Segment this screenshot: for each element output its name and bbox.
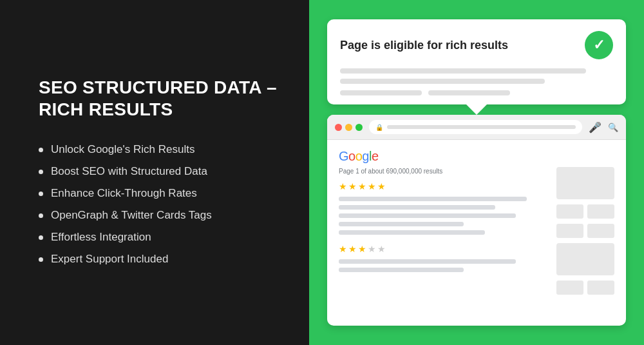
sidebar-small-box [556,204,583,219]
browser-content: Google Page 1 of about 690,000,000 resul… [327,140,626,304]
star-icon: ★ [358,181,366,192]
lock-icon: 🔒 [375,124,383,131]
star-icon: ★ [368,181,376,192]
star-icon: ★ [358,244,366,254]
browser-card: 🔒 🎤 🔍 Google Page 1 of about 690,000,000… [327,115,626,326]
address-bar[interactable]: 🔒 [369,120,582,134]
result-section-2: ★ ★ ★ ★ ★ [339,244,547,272]
sidebar-small-box [587,281,614,295]
list-item: Boost SEO with Structured Data [39,165,277,178]
star-icon: ★ [348,244,357,254]
star-icon: ★ [339,181,347,192]
bullet-icon [39,148,43,152]
sidebar-placeholder-box [556,243,614,275]
minimize-dot [345,124,352,131]
sidebar-small-box [556,281,583,295]
right-panel: Page is eligible for rich results ✓ 🔒 🎤 … [309,0,644,345]
check-icon: ✓ [585,31,613,59]
browser-sidebar [556,149,614,295]
sidebar-row [556,281,614,295]
list-item: Enhance Click-Through Rates [39,187,277,200]
rich-results-header: Page is eligible for rich results ✓ [340,31,613,59]
list-item: OpenGraph & Twitter Cards Tags [39,209,277,222]
star-icon: ★ [339,244,347,254]
bullet-icon [39,170,43,174]
rich-results-card: Page is eligible for rich results ✓ [327,19,626,104]
placeholder-bar-row [340,90,613,95]
sidebar-small-box [587,204,614,219]
result-bar [339,222,464,226]
list-item: Unlock Google's Rich Results [39,143,277,156]
search-icon: 🔍 [608,123,618,132]
star-icon: ★ [377,244,386,254]
browser-main: Google Page 1 of about 690,000,000 resul… [339,149,547,295]
star-icon: ★ [348,181,357,192]
sidebar-small-box [587,224,614,238]
mic-icon: 🎤 [589,121,601,133]
bullet-icon [39,213,43,218]
result-bar [339,268,464,272]
browser-dots [335,124,363,131]
bullet-icon [39,192,43,196]
bullet-icon [39,235,43,240]
list-item: Effortless Integration [39,231,277,244]
maximize-dot [355,124,363,131]
placeholder-bar [340,68,586,74]
result-bar [339,197,527,201]
page-title: SEO STRUCTURED DATA – RICH RESULTS [39,77,277,120]
browser-toolbar: 🔒 🎤 🔍 [327,115,626,140]
sidebar-small-box [556,224,583,238]
card-arrow [466,104,487,115]
sidebar-row [556,204,614,219]
result-bar [339,230,485,235]
star-icon: ★ [368,244,376,254]
left-panel: SEO STRUCTURED DATA – RICH RESULTS Unloc… [0,0,309,345]
google-logo: Google [339,149,547,164]
close-dot [335,124,342,131]
stars-row-1: ★ ★ ★ ★ ★ [339,181,547,192]
result-bar [339,259,516,264]
rich-results-label: Page is eligible for rich results [340,39,508,52]
result-bar [339,213,516,218]
placeholder-bar [340,90,422,95]
list-item: Expert Support Included [39,253,277,266]
placeholder-bar [428,90,510,95]
bullet-icon [39,257,43,262]
star-icon: ★ [377,181,386,192]
result-count: Page 1 of about 690,000,000 results [339,168,547,175]
sidebar-row [556,224,614,238]
result-bar [339,205,495,210]
feature-list: Unlock Google's Rich Results Boost SEO w… [39,143,277,275]
placeholder-bar [340,79,545,84]
stars-row-2: ★ ★ ★ ★ ★ [339,244,547,254]
address-text [387,125,576,129]
sidebar-placeholder-box [556,167,614,199]
